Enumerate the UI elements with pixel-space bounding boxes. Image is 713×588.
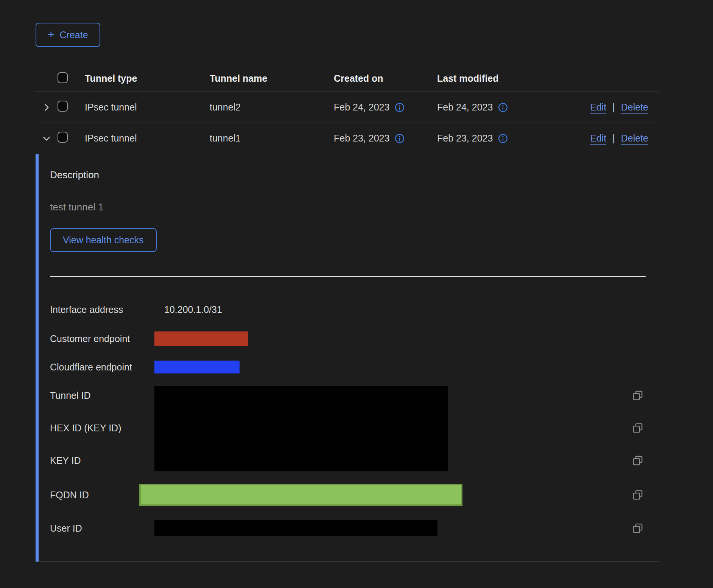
id-group-redacted-value (154, 386, 448, 471)
created-on-value: Feb 23, 2023 (334, 133, 389, 144)
info-icon[interactable] (498, 134, 508, 143)
copy-user-id-button[interactable] (632, 523, 643, 534)
copy-icon (632, 422, 643, 434)
created-on-cell: Feb 24, 2023 (334, 102, 437, 113)
plus-icon: + (48, 29, 54, 40)
tunnels-page: + Create Tunnel type Tunnel name Created… (0, 0, 713, 588)
edit-link[interactable]: Edit (590, 102, 606, 113)
column-header-tunnel-type: Tunnel type (85, 73, 210, 84)
table-row: IPsec tunnel tunnel1 Feb 23, 2023 Feb 23… (36, 123, 659, 154)
description-value: test tunnel 1 (50, 201, 659, 213)
last-modified-cell: Feb 24, 2023 (437, 102, 581, 113)
tunnel-type-cell: IPsec tunnel (85, 102, 210, 113)
copy-hex-id-button[interactable] (632, 422, 643, 434)
copy-key-id-button[interactable] (632, 455, 643, 466)
customer-endpoint-label: Customer endpoint (50, 333, 154, 344)
tunnel-id-label: Tunnel ID (50, 390, 154, 401)
hex-id-label: HEX ID (KEY ID) (50, 422, 154, 434)
tunnel-type-cell: IPsec tunnel (85, 133, 210, 144)
action-separator: | (612, 133, 615, 144)
last-modified-cell: Feb 23, 2023 (437, 133, 581, 144)
tunnel-table: Tunnel type Tunnel name Created on Last … (36, 65, 659, 562)
collapse-row-button[interactable] (36, 134, 58, 143)
info-icon[interactable] (395, 103, 405, 112)
tunnel-name-cell: tunnel2 (210, 102, 334, 113)
view-health-checks-button[interactable]: View health checks (50, 228, 157, 252)
info-icon[interactable] (395, 134, 405, 143)
last-modified-value: Feb 24, 2023 (437, 102, 493, 113)
tunnel-detail-panel: Description test tunnel 1 View health ch… (36, 154, 659, 562)
user-id-label: User ID (50, 523, 154, 534)
copy-icon (632, 455, 643, 466)
select-all-checkbox[interactable] (58, 72, 68, 83)
fqdn-id-label: FQDN ID (50, 490, 154, 501)
table-bottom-divider (36, 562, 659, 562)
description-label: Description (50, 169, 659, 181)
chevron-down-icon (42, 134, 51, 143)
create-button-label: Create (60, 30, 88, 40)
cloudflare-endpoint-redacted-value (154, 361, 240, 373)
copy-icon (632, 523, 643, 534)
customer-endpoint-redacted-value (154, 331, 248, 346)
delete-link[interactable]: Delete (621, 102, 648, 113)
customer-endpoint-row: Customer endpoint (50, 331, 659, 346)
delete-link[interactable]: Delete (621, 133, 648, 144)
cloudflare-endpoint-label: Cloudflare endpoint (50, 362, 154, 373)
interface-address-row: Interface address 10.200.1.0/31 (50, 302, 659, 317)
column-header-created-on: Created on (334, 73, 437, 84)
fqdn-id-row: FQDN ID (50, 484, 659, 506)
create-button[interactable]: + Create (36, 23, 100, 47)
row-checkbox[interactable] (58, 101, 68, 112)
copy-tunnel-id-button[interactable] (632, 390, 643, 401)
interface-address-value: 10.200.1.0/31 (154, 304, 222, 315)
table-row: IPsec tunnel tunnel2 Feb 24, 2023 Feb 24… (36, 92, 659, 123)
key-id-label: KEY ID (50, 455, 154, 466)
column-header-tunnel-name: Tunnel name (210, 73, 334, 84)
chevron-right-icon (42, 103, 51, 112)
interface-address-label: Interface address (50, 304, 154, 315)
id-group-row: Tunnel ID HEX ID (KEY ID) KEY ID (50, 386, 659, 471)
created-on-value: Feb 24, 2023 (334, 102, 389, 113)
action-separator: | (612, 102, 615, 113)
column-header-last-modified: Last modified (437, 73, 581, 84)
copy-icon (632, 390, 643, 401)
tunnel-name-cell: tunnel1 (210, 133, 334, 144)
user-id-redacted-value (154, 520, 437, 536)
fqdn-id-redacted-value (139, 484, 462, 506)
expand-row-button[interactable] (36, 103, 58, 112)
user-id-row: User ID (50, 520, 659, 536)
cloudflare-endpoint-row: Cloudflare endpoint (50, 361, 659, 373)
copy-fqdn-id-button[interactable] (632, 489, 643, 501)
info-icon[interactable] (498, 103, 508, 112)
panel-divider (50, 276, 646, 277)
last-modified-value: Feb 23, 2023 (437, 133, 493, 144)
table-header-row: Tunnel type Tunnel name Created on Last … (36, 65, 659, 92)
copy-icon (632, 489, 643, 501)
row-checkbox[interactable] (58, 132, 68, 143)
created-on-cell: Feb 23, 2023 (334, 133, 437, 144)
edit-link[interactable]: Edit (590, 133, 606, 144)
